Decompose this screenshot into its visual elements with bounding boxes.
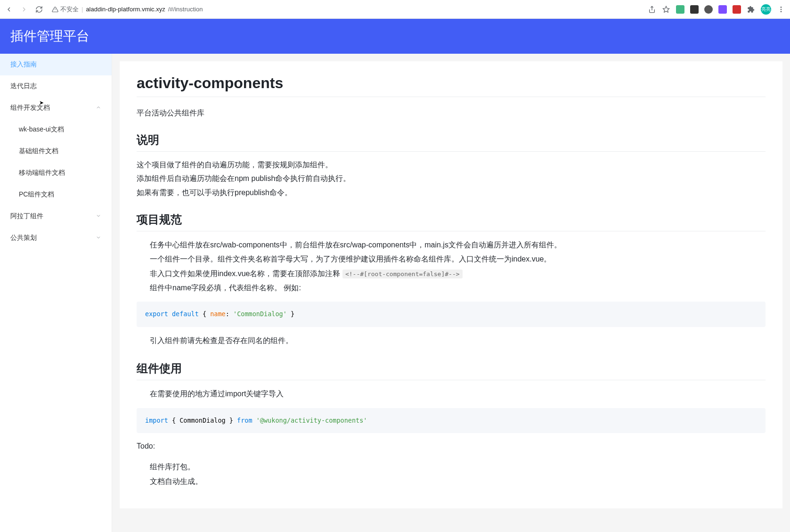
sidebar-item-component-docs[interactable]: 组件开发文档 (0, 97, 112, 119)
heading-desc: 说明 (137, 132, 766, 152)
spec-bullet: 一个组件一个目录。组件文件夹名称首字母大写，为了方便维护建议用插件名称命名组件库… (150, 252, 766, 266)
main-content: activity-components 平台活动公共组件库 说明 这个项目做了组… (120, 61, 782, 508)
spec-bullet: 引入组件前请先检查是否存在同名的组件。 (150, 334, 766, 348)
sidebar-sub-wk-base-ui[interactable]: wk-base-ui文档 (0, 119, 112, 140)
share-icon[interactable] (648, 5, 656, 14)
forward-button[interactable] (20, 5, 28, 14)
inline-code: <!--#[root-component=false]#--> (342, 270, 463, 278)
address-bar[interactable]: 不安全 | aladdin-dlp-platform.vmic.xyz/#/in… (48, 3, 643, 16)
doc-subtitle: 平台活动公共组件库 (137, 106, 766, 119)
svg-point-4 (781, 11, 782, 12)
chevron-up-icon (96, 104, 101, 112)
sidebar-sub-base-component[interactable]: 基础组件文档 (0, 140, 112, 162)
sidebar-item-label: 组件开发文档 (10, 104, 50, 112)
usage-bullet: 在需要使用的地方通过import关键字导入 (150, 387, 766, 401)
sidebar-item-label: 迭代日志 (10, 82, 37, 90)
vue-devtools-icon[interactable] (676, 5, 684, 14)
profile-avatar[interactable]: 亮亮 (761, 4, 771, 15)
extensions-icon[interactable] (747, 5, 755, 14)
url-host: aladdin-dlp-platform.vmic.xyz (86, 6, 165, 13)
spec-bullet: 任务中心组件放在src/wab-components中，前台组件放在src/wa… (150, 238, 766, 252)
sidebar-item-label: wk-base-ui文档 (19, 125, 64, 133)
todo-item: 组件库打包。 (150, 460, 766, 474)
url-path: /#/instruction (168, 6, 203, 13)
chevron-down-icon (96, 234, 101, 242)
page-header: 插件管理平台 (0, 19, 790, 54)
sidebar-item-aladdin[interactable]: 阿拉丁组件 (0, 205, 112, 227)
extension-icon-1[interactable] (704, 5, 713, 14)
extension-icon-3[interactable] (733, 5, 741, 14)
sidebar-item-label: 阿拉丁组件 (10, 212, 43, 221)
sidebar-sub-pc-component[interactable]: PC组件文档 (0, 184, 112, 205)
svg-point-3 (781, 8, 782, 10)
browser-toolbar: 不安全 | aladdin-dlp-platform.vmic.xyz/#/in… (0, 0, 790, 19)
todo-label: Todo: (137, 440, 766, 452)
sidebar-item-guide[interactable]: 接入指南 (0, 54, 112, 75)
chevron-down-icon (96, 213, 101, 220)
extension-icon-2[interactable] (718, 5, 727, 14)
sidebar-sub-mobile-component[interactable]: 移动端组件文档 (0, 162, 112, 184)
sidebar-item-label: 基础组件文档 (19, 147, 58, 155)
sidebar-item-public-plan[interactable]: 公共策划 (0, 227, 112, 249)
bookmark-icon[interactable] (662, 5, 670, 14)
sidebar-item-changelog[interactable]: 迭代日志 (0, 75, 112, 97)
sidebar-item-label: 移动端组件文档 (19, 169, 65, 176)
svg-marker-1 (663, 6, 669, 12)
doc-title: activity-components (137, 74, 766, 97)
sidebar-item-label: 接入指南 (10, 60, 37, 69)
spec-bullet: 组件中name字段必填，代表组件名称。 例如: (150, 281, 766, 295)
spec-bullet: 非入口文件如果使用index.vue名称，需要在顶部添加注释 <!--#[roo… (150, 267, 766, 281)
desc-line: 添加组件后自动遍历功能会在npm publish命令执行前自动执行。 (137, 172, 766, 185)
desc-line: 这个项目做了组件的自动遍历功能，需要按规则添加组件。 (137, 158, 766, 171)
svg-point-2 (781, 7, 782, 8)
heading-spec: 项目规范 (137, 212, 766, 231)
heading-usage: 组件使用 (137, 361, 766, 380)
desc-line: 如果有需要，也可以手动执行prepublish命令。 (137, 186, 766, 199)
qr-extension-icon[interactable] (690, 5, 699, 14)
sidebar-item-label: 公共策划 (10, 234, 37, 242)
sidebar: 接入指南 迭代日志 组件开发文档 wk-base-ui文档 基础组件文档 移动端… (0, 54, 112, 532)
code-block-export: export default { name: 'CommonDialog' } (137, 302, 766, 327)
back-button[interactable] (5, 5, 13, 14)
reload-button[interactable] (35, 5, 43, 14)
sidebar-item-label: PC组件文档 (19, 190, 54, 198)
code-block-import: import { CommonDialog } from '@wukong/ac… (137, 408, 766, 434)
menu-icon[interactable] (777, 5, 785, 14)
todo-item: 文档自动生成。 (150, 475, 766, 489)
insecure-badge: 不安全 (52, 5, 79, 14)
app-title: 插件管理平台 (10, 27, 780, 45)
